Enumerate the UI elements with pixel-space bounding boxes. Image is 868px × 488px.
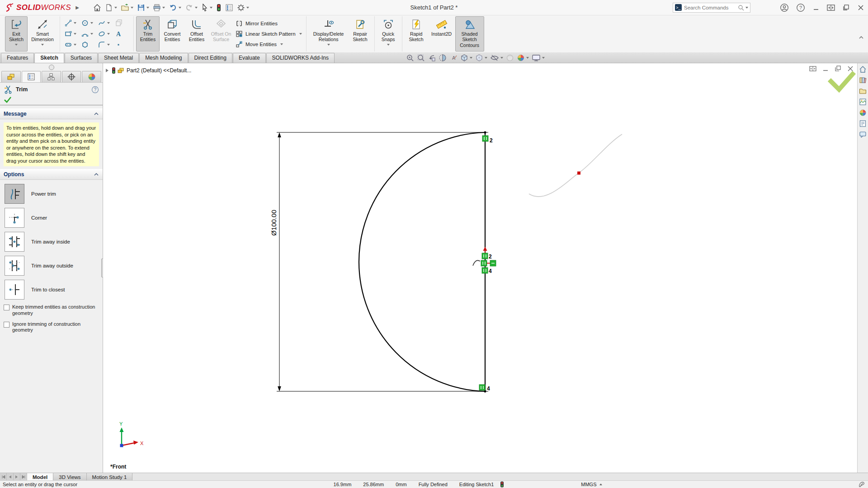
tab-surfaces[interactable]: Surfaces <box>65 53 98 63</box>
option-trim-to-closest[interactable]: Trim to closest <box>5 280 98 300</box>
circle-tool-button[interactable] <box>80 19 97 27</box>
spline-tool-button[interactable] <box>97 19 113 27</box>
display-style-button[interactable] <box>475 54 487 62</box>
rectangle-tool-button[interactable] <box>63 30 80 38</box>
restore-button[interactable] <box>842 4 850 11</box>
display-manager-tab[interactable] <box>82 71 101 82</box>
move-entities-button[interactable]: Move Entities <box>236 39 302 50</box>
offset-entities-button[interactable]: Offset Entities <box>185 16 208 52</box>
linear-sketch-pattern-button[interactable]: Linear Sketch Pattern <box>236 28 302 39</box>
restore-doc-icon[interactable] <box>835 66 841 72</box>
line-tool-button[interactable] <box>63 19 80 27</box>
redo-button[interactable] <box>184 2 199 13</box>
expand-tree-arrow-icon[interactable] <box>106 69 108 72</box>
ellipse-tool-button[interactable] <box>97 30 113 38</box>
point-tool-button[interactable] <box>113 41 130 49</box>
slot-dropdown-icon[interactable] <box>74 44 76 46</box>
configuration-manager-tab[interactable] <box>42 71 61 82</box>
trim-entities-button[interactable]: Trim Entities <box>136 16 160 52</box>
relation-marker-middle[interactable]: 2 4 <box>473 247 496 274</box>
zoom-to-fit-button[interactable] <box>406 54 414 62</box>
units-dropdown-icon[interactable] <box>599 483 602 485</box>
hide-show-dropdown-icon[interactable] <box>500 57 503 59</box>
rebuild-status-icon[interactable] <box>500 481 504 488</box>
text-tool-button[interactable]: A <box>113 30 130 38</box>
spline-dropdown-icon[interactable] <box>107 22 110 24</box>
convert-entities-button[interactable]: Convert Entities <box>160 16 185 52</box>
tags-pen-icon[interactable] <box>858 481 865 488</box>
edit-appearance-button[interactable] <box>506 54 514 62</box>
options-dropdown-icon[interactable] <box>246 7 249 9</box>
new-document-button[interactable] <box>104 2 118 13</box>
spline-point[interactable] <box>577 172 580 175</box>
option-power-trim[interactable]: Power trim <box>5 184 98 204</box>
keep-trimmed-entities-checkbox[interactable]: Keep trimmed entities as construction ge… <box>4 304 99 317</box>
sketch-3d-button[interactable] <box>113 19 130 27</box>
fillet-tool-button[interactable] <box>97 41 113 49</box>
sketch-endpoint-top[interactable] <box>484 131 486 133</box>
tab-sketch[interactable]: Sketch <box>34 53 64 63</box>
help-icon[interactable]: ? <box>796 3 805 12</box>
apply-scene-dropdown-icon[interactable] <box>526 57 529 59</box>
taskpane-forum-icon[interactable] <box>859 131 867 138</box>
display-style-dropdown-icon[interactable] <box>485 57 487 59</box>
tab-solidworks-addins[interactable]: SOLIDWORKS Add-Ins <box>266 53 335 63</box>
rapid-sketch-button[interactable]: Rapid Sketch <box>405 16 428 52</box>
ignore-trimming-construction-checkbox[interactable]: Ignore trimming of construction geometry <box>4 321 99 334</box>
open-button[interactable] <box>119 2 135 13</box>
option-corner[interactable]: Corner <box>5 208 98 228</box>
collapse-ribbon-icon[interactable] <box>858 35 864 40</box>
line-dropdown-icon[interactable] <box>74 22 76 24</box>
move-entities-dropdown-icon[interactable] <box>280 43 283 45</box>
sketch-arc[interactable] <box>359 132 485 391</box>
rebuild-button[interactable] <box>215 2 223 13</box>
taskpane-custom-properties-icon[interactable] <box>859 120 867 127</box>
open-dropdown-icon[interactable] <box>131 7 133 9</box>
confirm-ok-check-icon[interactable] <box>831 74 853 89</box>
print-dropdown-icon[interactable] <box>162 7 165 9</box>
save-dropdown-icon[interactable] <box>146 7 149 9</box>
tab-mesh-modeling[interactable]: Mesh Modeling <box>139 53 188 63</box>
repair-sketch-button[interactable]: Repair Sketch <box>349 16 372 52</box>
search-dropdown-icon[interactable] <box>745 7 748 9</box>
arc-tool-button[interactable] <box>80 30 97 38</box>
units-selector[interactable]: MMGS <box>581 482 602 487</box>
prev-tab-button[interactable] <box>7 473 14 480</box>
file-properties-button[interactable] <box>224 2 235 13</box>
arc-dropdown-icon[interactable] <box>90 33 93 35</box>
relation-marker-top[interactable]: 2 <box>482 136 493 144</box>
annotations-visibility-button[interactable]: A <box>449 54 458 62</box>
zoom-to-area-button[interactable] <box>417 54 425 62</box>
ok-check-button[interactable] <box>4 96 12 103</box>
first-tab-button[interactable] <box>0 473 7 480</box>
mirror-entities-button[interactable]: Mirror Entities <box>236 18 302 28</box>
tab-sheet-metal[interactable]: Sheet Metal <box>98 53 139 63</box>
logo-flyout-arrow-icon[interactable]: ▶ <box>75 5 79 10</box>
graphics-viewport[interactable]: Ø100.00 2 2 <box>103 63 857 473</box>
view-orientation-button[interactable] <box>460 54 472 62</box>
checkbox-icon[interactable] <box>4 305 9 310</box>
select-button[interactable] <box>200 2 214 13</box>
quick-snaps-dropdown-icon[interactable] <box>387 44 390 46</box>
tab-direct-editing[interactable]: Direct Editing <box>189 53 232 63</box>
close-doc-icon[interactable] <box>847 66 854 72</box>
option-trim-away-inside[interactable]: Trim away inside <box>5 232 98 252</box>
taskpane-appearances-icon[interactable] <box>859 109 867 117</box>
polygon-tool-button[interactable] <box>80 41 97 49</box>
undo-dropdown-icon[interactable] <box>179 7 181 9</box>
save-button[interactable] <box>136 2 151 13</box>
checkbox-icon[interactable] <box>4 322 9 328</box>
dimxpert-manager-tab[interactable] <box>62 71 81 82</box>
option-trim-away-outside[interactable]: Trim away outside <box>5 256 98 276</box>
hide-show-items-button[interactable] <box>490 54 503 62</box>
sketch-spline[interactable] <box>529 134 622 197</box>
minimize-doc-icon[interactable] <box>822 66 829 72</box>
exit-sketch-dropdown-icon[interactable] <box>15 44 18 46</box>
panel-collapse-handle[interactable] <box>49 65 54 70</box>
last-tab-button[interactable] <box>20 473 27 480</box>
next-tab-button[interactable] <box>14 473 20 480</box>
search-commands-input[interactable] <box>684 5 738 10</box>
resize-panes-button[interactable] <box>827 4 835 11</box>
taskpane-design-library-icon[interactable] <box>859 76 867 84</box>
display-delete-relations-dropdown-icon[interactable] <box>327 44 330 46</box>
